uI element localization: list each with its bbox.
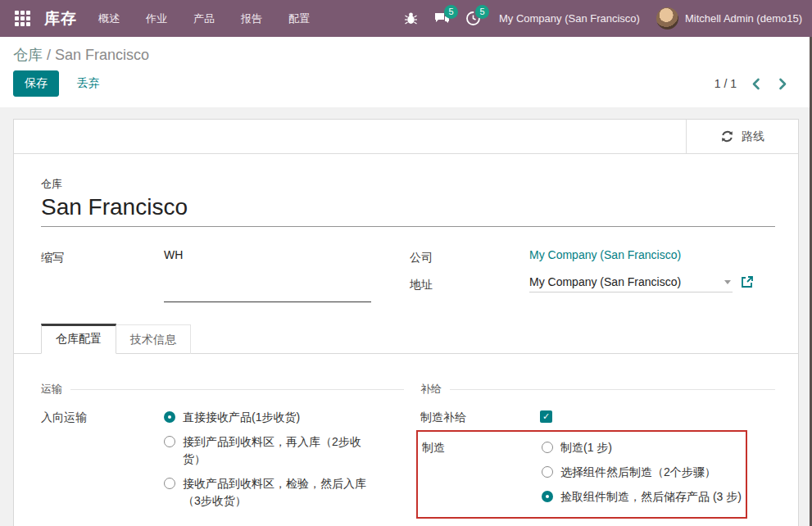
save-button[interactable]: 保存 xyxy=(13,70,59,97)
pager-previous-icon[interactable] xyxy=(751,78,760,90)
user-name: Mitchell Admin (demo15) xyxy=(685,12,802,25)
apps-grid-icon xyxy=(15,11,30,26)
radio-selected-icon[interactable] xyxy=(542,491,553,502)
manufacture-option-one-step[interactable]: 制造(1 步) xyxy=(542,439,742,456)
menu-configuration[interactable]: 配置 xyxy=(279,7,320,31)
manufacture-steps-field: 制造 制造(1 步) 选择组件然后制造（2个步骤） xyxy=(422,439,746,513)
radio-unselected-icon[interactable] xyxy=(542,442,553,453)
resupply-group-title: 补给 xyxy=(420,382,775,397)
short-name-label: 缩写 xyxy=(41,248,164,302)
menu-products[interactable]: 产品 xyxy=(184,7,225,31)
tab-technical-information[interactable]: 技术信息 xyxy=(116,324,191,354)
messages-badge: 5 xyxy=(444,5,458,19)
warehouse-configuration-panel: 运输 入向运输 直接接收产品(1步收货) 接到产品到收料区，再入库（2步收货） xyxy=(14,354,798,526)
manufacture-resupply-label: 制造补给 xyxy=(420,409,540,425)
menu-operations[interactable]: 作业 xyxy=(136,7,177,31)
company-label: 公司 xyxy=(410,248,529,265)
menu-reporting[interactable]: 报告 xyxy=(231,7,272,31)
menu-overview[interactable]: 概述 xyxy=(88,7,129,31)
debug-bug-icon[interactable] xyxy=(397,7,425,31)
incoming-option-three-steps[interactable]: 接收产品到收料区，检验，然后入库（3步收货） xyxy=(164,475,379,510)
apps-menu-button[interactable] xyxy=(8,5,36,33)
external-link-icon[interactable] xyxy=(741,275,754,288)
breadcrumb-current: San Francisco xyxy=(55,47,149,63)
incoming-shipments-field: 入向运输 直接接收产品(1步收货) 接到产品到收料区，再入库（2步收货） xyxy=(41,409,404,517)
app-menu: 概述 作业 产品 报告 配置 xyxy=(88,7,320,31)
incoming-option-one-step[interactable]: 直接接收产品(1步收货) xyxy=(164,409,379,426)
resupply-group: 补给 制造补给 ✓ 制造 制造(1 步) xyxy=(404,382,775,526)
address-value: My Company (San Francisco) xyxy=(529,275,681,288)
warehouse-form-sheet: 路线 仓库 San Francisco 缩写 WH 公司 My Company … xyxy=(13,119,799,526)
routes-stat-button[interactable]: 路线 xyxy=(686,120,798,153)
manufacture-highlight-box: 制造 制造(1 步) 选择组件然后制造（2个步骤） xyxy=(416,430,747,519)
control-panel: 仓库 / San Francisco 保存 丢弃 1 / 1 xyxy=(0,37,812,109)
activities-badge: 5 xyxy=(475,5,489,19)
radio-unselected-icon[interactable] xyxy=(164,478,175,489)
shipments-group-title: 运输 xyxy=(41,382,404,397)
shipments-group: 运输 入向运输 直接接收产品(1步收货) 接到产品到收料区，再入库（2步收货） xyxy=(41,382,404,526)
activities-button[interactable]: 5 xyxy=(460,7,488,31)
routes-button-label: 路线 xyxy=(742,129,764,144)
company-switcher[interactable]: My Company (San Francisco) xyxy=(491,12,653,25)
pager-next-icon[interactable] xyxy=(778,78,787,90)
manufacture-label: 制造 xyxy=(422,439,542,513)
manufacture-resupply-checkbox[interactable]: ✓ xyxy=(540,410,552,423)
notebook-tabs: 仓库配置 技术信息 xyxy=(14,324,798,354)
manufacture-resupply-field: 制造补给 ✓ xyxy=(420,409,775,425)
address-many2one-input[interactable]: My Company (San Francisco) xyxy=(529,275,733,292)
top-navbar: 库存 概述 作业 产品 报告 配置 5 xyxy=(0,0,812,37)
radio-unselected-icon[interactable] xyxy=(542,466,553,478)
button-box: 路线 xyxy=(14,120,798,154)
user-menu[interactable]: Mitchell Admin (demo15) xyxy=(656,7,802,29)
short-name-input[interactable]: WH xyxy=(164,248,371,302)
messages-button[interactable]: 5 xyxy=(429,7,456,31)
refresh-icon xyxy=(720,129,734,143)
warehouse-field-label: 仓库 xyxy=(41,177,775,192)
discard-button[interactable]: 丢弃 xyxy=(66,71,111,96)
control-panel-actions: 保存 丢弃 1 / 1 xyxy=(13,70,799,108)
app-name[interactable]: 库存 xyxy=(44,8,77,29)
notebook: 仓库配置 技术信息 运输 入向运输 直接接收产品(1步收货) xyxy=(14,324,798,526)
navbar-right: 5 5 My Company (San Francisco) Mitchell … xyxy=(397,7,802,31)
user-avatar xyxy=(656,7,678,29)
company-value-link[interactable]: My Company (San Francisco) xyxy=(529,248,681,265)
manufacture-option-three-steps[interactable]: 捡取组件制造，然后储存产品 (3 步) xyxy=(542,488,742,506)
form-view-background: 路线 仓库 San Francisco 缩写 WH 公司 My Company … xyxy=(0,107,812,526)
radio-selected-icon[interactable] xyxy=(164,411,175,423)
bug-icon xyxy=(404,11,418,25)
breadcrumb-warehouses-link[interactable]: 仓库 xyxy=(13,47,43,63)
address-label: 地址 xyxy=(410,275,529,292)
radio-unselected-icon[interactable] xyxy=(164,436,175,447)
incoming-shipments-label: 入向运输 xyxy=(41,409,164,517)
tab-warehouse-configuration[interactable]: 仓库配置 xyxy=(41,324,116,354)
breadcrumb-separator: / xyxy=(43,47,55,63)
pager-counter: 1 / 1 xyxy=(714,77,737,90)
incoming-option-two-steps[interactable]: 接到产品到收料区，再入库（2步收货） xyxy=(164,433,379,468)
pager: 1 / 1 xyxy=(714,77,799,90)
warehouse-name-input[interactable]: San Francisco xyxy=(41,192,775,227)
breadcrumb: 仓库 / San Francisco xyxy=(13,45,799,65)
manufacture-option-two-steps[interactable]: 选择组件然后制造（2个步骤） xyxy=(542,464,742,481)
dropdown-caret-icon xyxy=(724,280,731,284)
